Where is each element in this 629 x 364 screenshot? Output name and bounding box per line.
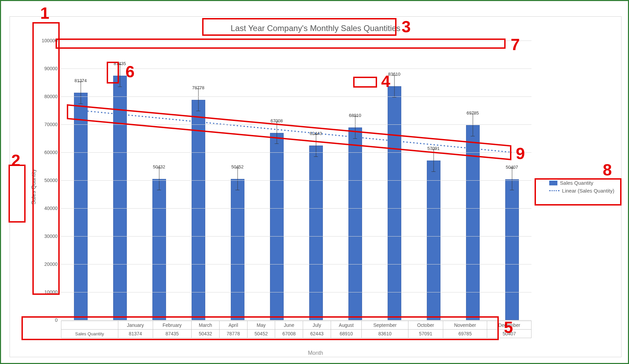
data-table-value: 50452 <box>247 330 275 338</box>
data-table-value: 50432 <box>192 330 220 338</box>
legend-series-label: Sales Quantity <box>560 180 594 186</box>
data-table-value: 57091 <box>408 330 443 338</box>
data-table-category: February <box>153 321 192 330</box>
error-bar <box>80 81 81 104</box>
annotation-number-5: 5 <box>504 318 513 337</box>
data-table-category: July <box>303 321 331 330</box>
legend-swatch-bar-icon <box>549 181 557 185</box>
data-table-row-label: Sales Quantity <box>61 330 118 338</box>
data-table-value: 83610 <box>362 330 408 338</box>
data-table-category: September <box>362 321 408 330</box>
y-axis-title: Sales Quantity <box>31 169 37 204</box>
error-bar <box>473 114 473 136</box>
chart-frame: Last Year Company's Monthly Sales Quanti… <box>10 16 621 357</box>
gridline <box>61 208 531 209</box>
error-bar <box>237 168 238 191</box>
annotation-number-3: 3 <box>402 17 411 36</box>
data-table-value: 69785 <box>443 330 487 338</box>
y-tick-label: 50000 <box>44 178 61 183</box>
y-tick-label: 100000 <box>42 38 61 43</box>
data-table-category: April <box>219 321 247 330</box>
gridline <box>61 292 531 292</box>
y-tick-label: 30000 <box>44 233 61 239</box>
data-table-category: March <box>192 321 220 330</box>
data-table-value: 62443 <box>303 330 331 338</box>
data-table-category: June <box>275 321 303 330</box>
gridline <box>61 124 531 125</box>
data-table-category: November <box>443 321 487 330</box>
y-tick-label: 80000 <box>44 94 61 99</box>
data-table-category: May <box>247 321 275 330</box>
bar <box>231 179 244 320</box>
y-tick-label: 20000 <box>44 261 61 267</box>
gridline <box>61 96 531 97</box>
bar <box>113 76 127 320</box>
data-table-value: 81374 <box>118 330 153 338</box>
annotation-number-6: 6 <box>125 62 135 81</box>
data-table-category: January <box>118 321 153 330</box>
bar <box>309 146 323 320</box>
bar <box>192 100 205 320</box>
error-bar <box>316 134 316 157</box>
plot-area: 8137487435504327877850452670086244368910… <box>61 41 531 320</box>
bar <box>427 161 440 320</box>
legend-trend-label: Linear (Sales Quantity) <box>562 188 614 194</box>
gridline <box>61 236 531 237</box>
annotation-number-7: 7 <box>511 35 520 54</box>
gridline <box>61 152 531 153</box>
y-tick-label: 0 <box>55 317 61 323</box>
y-tick-label: 70000 <box>44 122 61 127</box>
data-table-category: August <box>331 321 361 330</box>
data-table-category: October <box>408 321 443 330</box>
data-table-value: 68910 <box>331 330 361 338</box>
chart-title: Last Year Company's Monthly Sales Quanti… <box>230 24 400 33</box>
legend-item-trend: Linear (Sales Quantity) <box>549 188 614 194</box>
annotation-number-2: 2 <box>11 151 20 170</box>
error-bar <box>512 168 512 191</box>
gridline <box>61 264 531 264</box>
annotation-number-9: 9 <box>516 144 525 163</box>
y-tick-label: 60000 <box>44 150 61 155</box>
data-table-value: 67008 <box>275 330 303 338</box>
y-tick-label: 10000 <box>44 289 61 295</box>
bar <box>152 179 166 320</box>
legend-item-series: Sales Quantity <box>549 180 614 186</box>
error-bar <box>120 64 120 87</box>
bar <box>348 127 362 320</box>
bar <box>505 179 519 320</box>
bar <box>466 125 480 320</box>
data-table-value: 78778 <box>219 330 247 338</box>
annotation-number-1: 1 <box>40 4 49 22</box>
y-tick-label: 90000 <box>44 66 61 71</box>
data-table: JanuaryFebruaryMarchAprilMayJuneJulyAugu… <box>61 321 531 338</box>
error-bar <box>355 116 355 139</box>
annotation-number-4: 4 <box>381 72 390 91</box>
gridline <box>61 41 531 41</box>
x-axis-title: Month <box>308 350 323 356</box>
error-bar <box>159 168 159 191</box>
y-tick-label: 40000 <box>44 206 61 211</box>
bar <box>74 93 88 320</box>
error-bar <box>198 89 198 111</box>
gridline <box>61 180 531 181</box>
gridline <box>61 320 531 320</box>
error-bar <box>394 75 394 98</box>
legend-swatch-line-icon <box>549 190 559 191</box>
data-table-value: 87435 <box>153 330 192 338</box>
annotation-number-8: 8 <box>603 161 612 179</box>
bar <box>388 86 401 320</box>
error-bar <box>276 122 277 144</box>
data-table-corner <box>61 321 118 330</box>
legend: Sales Quantity Linear (Sales Quantity) <box>549 178 614 196</box>
